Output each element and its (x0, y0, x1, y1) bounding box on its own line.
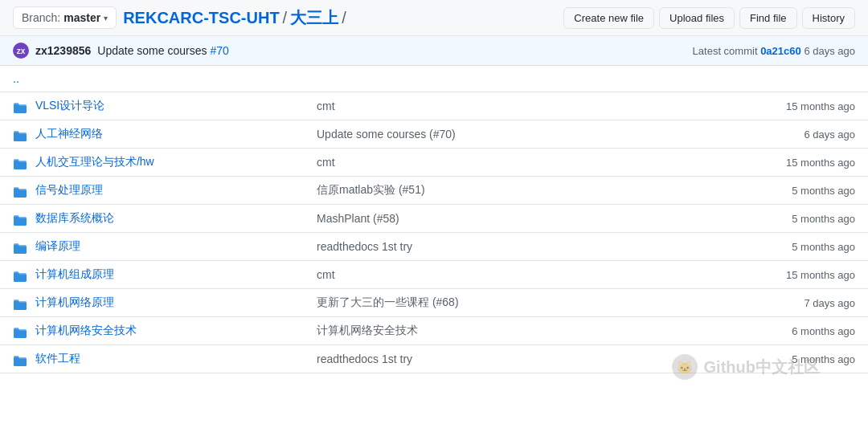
table-row: 信号处理原理 信原matlab实验 (#51) 5 months ago (0, 177, 868, 205)
file-name-cell: 软件工程 (0, 345, 304, 373)
time-cell: 5 months ago (694, 345, 868, 373)
table-row: VLSI设计导论 cmt 15 months ago (0, 92, 868, 120)
branch-name: master (63, 11, 100, 24)
table-row: 数据库系统概论 MashPlant (#58) 5 months ago (0, 205, 868, 233)
file-link[interactable]: 数据库系统概论 (35, 211, 114, 224)
folder-icon (13, 324, 27, 337)
latest-commit-label: Latest commit (693, 45, 758, 57)
file-link[interactable]: 信号处理原理 (35, 183, 103, 196)
breadcrumb: REKCARC-TSC-UHT / 大三上 / (123, 7, 346, 29)
file-link[interactable]: VLSI设计导论 (35, 99, 104, 112)
file-name-cell: 计算机组成原理 (0, 261, 304, 289)
create-new-file-button[interactable]: Create new file (563, 7, 654, 29)
file-link[interactable]: 计算机组成原理 (35, 267, 114, 280)
table-row: 计算机组成原理 cmt 15 months ago (0, 261, 868, 289)
file-link[interactable]: 计算机网络安全技术 (35, 324, 137, 336)
file-name-cell: 人工神经网络 (0, 120, 304, 149)
chevron-down-icon: ▾ (104, 14, 108, 22)
file-name-cell: 编译原理 (0, 233, 304, 261)
file-link[interactable]: 编译原理 (35, 239, 80, 252)
commit-msg-cell: Update some courses (#70) (304, 120, 694, 149)
file-name-cell: VLSI设计导论 (0, 92, 304, 120)
find-file-button[interactable]: Find file (739, 7, 797, 29)
breadcrumb-trailing: / (342, 9, 346, 27)
folder-icon (13, 296, 27, 309)
commit-bar: zx zx1239856 Update some courses #70 Lat… (0, 36, 868, 66)
table-row: 计算机网络安全技术 计算机网络安全技术 6 months ago (0, 317, 868, 345)
table-row: 人工神经网络 Update some courses (#70) 6 days … (0, 120, 868, 149)
time-cell: 15 months ago (694, 261, 868, 289)
commit-msg-cell: 更新了大三的一些课程 (#68) (304, 289, 694, 317)
table-row: 编译原理 readthedocs 1st try 5 months ago (0, 233, 868, 261)
folder-icon (13, 156, 27, 169)
commit-msg-cell: 计算机网络安全技术 (304, 317, 694, 345)
file-name-cell: 数据库系统概论 (0, 205, 304, 233)
file-link[interactable]: 软件工程 (35, 352, 80, 365)
file-name-cell: 计算机网络原理 (0, 289, 304, 317)
folder-icon (13, 100, 27, 112)
action-buttons: Create new file Upload files Find file H… (563, 7, 855, 29)
repo-link[interactable]: REKCARC-TSC-UHT (123, 9, 279, 27)
file-name-cell: 人机交互理论与技术/hw (0, 149, 304, 177)
parent-dir-link[interactable]: .. (0, 66, 868, 92)
commit-time: 6 days ago (804, 45, 855, 57)
commit-msg-cell: cmt (304, 261, 694, 289)
time-cell: 15 months ago (694, 92, 868, 120)
commit-pr-link[interactable]: #70 (210, 44, 228, 57)
folder-icon (13, 184, 27, 197)
folder-icon (13, 268, 27, 281)
time-cell: 15 months ago (694, 149, 868, 177)
commit-msg-cell: readthedocs 1st try (304, 345, 694, 373)
branch-info: Branch: master ▾ REKCARC-TSC-UHT / 大三上 / (13, 6, 346, 29)
time-cell: 5 months ago (694, 233, 868, 261)
folder-icon (13, 212, 27, 225)
history-button[interactable]: History (802, 7, 855, 29)
time-cell: 6 days ago (694, 120, 868, 149)
table-row: 计算机网络原理 更新了大三的一些课程 (#68) 7 days ago (0, 289, 868, 317)
table-row: 软件工程 readthedocs 1st try 5 months ago (0, 345, 868, 373)
file-link[interactable]: 计算机网络原理 (35, 296, 114, 308)
avatar: zx (13, 43, 29, 59)
time-cell: 7 days ago (694, 289, 868, 317)
commit-msg-cell: readthedocs 1st try (304, 233, 694, 261)
commit-message: Update some courses #70 (97, 44, 228, 57)
time-cell: 5 months ago (694, 177, 868, 205)
file-name-cell: 计算机网络安全技术 (0, 317, 304, 345)
commit-left: zx zx1239856 Update some courses #70 (13, 43, 229, 59)
file-browser: .. VLSI设计导论 cmt 15 months ago 人工神经网络 (0, 66, 868, 373)
folder-icon (13, 353, 27, 365)
folder-icon (13, 240, 27, 253)
commit-right: Latest commit 0a21c60 6 days ago (693, 45, 855, 57)
commit-msg-cell: MashPlant (#58) (304, 205, 694, 233)
commit-msg-cell: cmt (304, 92, 694, 120)
time-cell: 6 months ago (694, 317, 868, 345)
table-row: 人机交互理论与技术/hw cmt 15 months ago (0, 149, 868, 177)
file-name-cell: 信号处理原理 (0, 177, 304, 205)
commit-author[interactable]: zx1239856 (35, 44, 91, 57)
commit-msg-cell: 信原matlab实验 (#51) (304, 177, 694, 205)
branch-label: Branch: (22, 11, 60, 24)
breadcrumb-separator-1: / (283, 9, 288, 27)
file-link[interactable]: 人机交互理论与技术/hw (35, 155, 154, 168)
folder-icon (13, 128, 27, 141)
top-bar: Branch: master ▾ REKCARC-TSC-UHT / 大三上 /… (0, 0, 868, 36)
folder-link[interactable]: 大三上 (290, 7, 338, 29)
time-cell: 5 months ago (694, 205, 868, 233)
commit-msg-cell: cmt (304, 149, 694, 177)
file-link[interactable]: 人工神经网络 (35, 127, 103, 140)
upload-files-button[interactable]: Upload files (659, 7, 735, 29)
commit-hash-link[interactable]: 0a21c60 (760, 45, 801, 57)
branch-selector[interactable]: Branch: master ▾ (13, 6, 117, 29)
file-table: VLSI设计导论 cmt 15 months ago 人工神经网络 Update… (0, 92, 868, 373)
